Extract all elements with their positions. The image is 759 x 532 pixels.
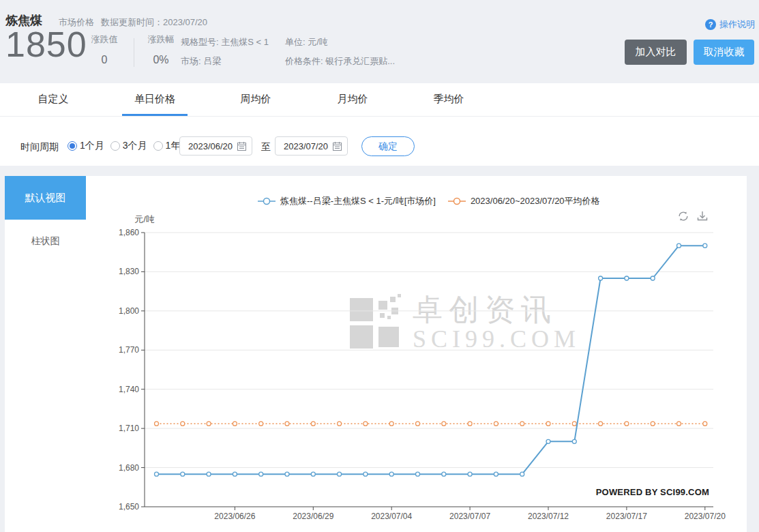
current-price: 1850 <box>5 25 87 64</box>
refresh-icon[interactable] <box>677 210 689 222</box>
date-from-input[interactable]: 2023/06/20 <box>179 136 252 156</box>
update-time-value: 2023/07/20 <box>163 17 207 27</box>
radio-1year-label: 1年 <box>166 140 181 152</box>
unit-condition-block: 单位: 元/吨 价格条件: 银行承兑汇票贴... <box>285 33 395 71</box>
condition-value: 银行承兑汇票贴... <box>325 56 395 66</box>
svg-text:2023/07/17: 2023/07/17 <box>606 512 647 521</box>
unit-row: 单位: 元/吨 <box>285 33 395 52</box>
powered-by-label: POWERED BY SCI99.COM <box>596 487 709 497</box>
question-icon: ? <box>705 19 716 30</box>
confirm-button[interactable]: 确定 <box>361 136 415 156</box>
radio-3month[interactable]: 3个月 <box>110 140 147 152</box>
tab-bar: 自定义 单日价格 周均价 月均价 季均价 <box>0 83 759 117</box>
svg-text:2023/06/26: 2023/06/26 <box>214 512 255 521</box>
change-pct: 0% <box>153 54 168 66</box>
radio-1year-circle[interactable] <box>153 141 163 151</box>
svg-text:元/吨: 元/吨 <box>134 214 155 224</box>
sidebar-item-bar-chart[interactable]: 柱状图 <box>5 229 86 254</box>
sidebar-item-default-view[interactable]: 默认视图 <box>5 176 86 220</box>
legend-label-average-price: 2023/06/20~2023/07/20平均价格 <box>471 195 600 207</box>
change-value: 0 <box>102 54 108 66</box>
tab-custom[interactable]: 自定义 <box>23 83 84 115</box>
radio-3month-circle[interactable] <box>110 141 120 151</box>
change-value-label: 涨跌值 <box>91 33 118 46</box>
update-time-label: 数据更新时间： <box>101 17 163 27</box>
radio-1month-circle[interactable] <box>68 141 77 151</box>
legend-item-average-price[interactable]: 2023/06/20~2023/07/20平均价格 <box>448 195 600 207</box>
line-marker-icon <box>448 197 466 205</box>
divider <box>134 38 134 67</box>
svg-text:1,650: 1,650 <box>119 502 139 512</box>
market-label: 市场: <box>181 56 201 66</box>
period-radio-group: 1个月 3个月 1年 <box>68 140 180 152</box>
svg-text:1,860: 1,860 <box>119 228 139 237</box>
date-to-value: 2023/07/20 <box>284 141 328 151</box>
help-link[interactable]: ? 操作说明 <box>705 18 755 31</box>
radio-1month[interactable]: 1个月 <box>68 140 104 152</box>
svg-text:2023/06/29: 2023/06/29 <box>293 512 333 521</box>
spec-row: 规格型号: 主焦煤S < 1 <box>181 33 269 52</box>
condition-label: 价格条件: <box>285 56 323 66</box>
change-pct-block: 涨跌幅 0% <box>144 33 178 66</box>
price-line-chart: 1,6501,6801,7101,7401,7701,8001,8301,860… <box>109 208 743 529</box>
price-detail-page: 炼焦煤 市场价格 数据更新时间：2023/07/20 ? 操作说明 1850 涨… <box>0 0 759 532</box>
svg-text:1,740: 1,740 <box>119 385 139 394</box>
tabs-filter-card: 自定义 单日价格 周均价 月均价 季均价 时间周期 1个月 3个月 1年 202… <box>0 83 759 166</box>
spec-market-block: 规格型号: 主焦煤S < 1 市场: 吕梁 <box>181 33 269 71</box>
svg-text:2023/07/20: 2023/07/20 <box>685 512 726 521</box>
radio-1month-label: 1个月 <box>80 140 104 152</box>
help-label: 操作说明 <box>719 18 755 31</box>
time-period-label: 时间周期 <box>20 141 59 153</box>
legend-item-market-price[interactable]: 炼焦煤--吕梁-主焦煤S < 1-元/吨[市场价] <box>258 195 436 207</box>
svg-text:2023/07/07: 2023/07/07 <box>449 512 490 521</box>
market-row: 市场: 吕梁 <box>181 52 269 71</box>
change-pct-label: 涨跌幅 <box>148 33 175 46</box>
date-to-input[interactable]: 2023/07/20 <box>275 136 348 156</box>
calendar-icon <box>333 142 342 151</box>
svg-text:2023/07/04: 2023/07/04 <box>371 512 412 521</box>
legend-label-market-price: 炼焦煤--吕梁-主焦煤S < 1-元/吨[市场价] <box>280 195 436 207</box>
spec-value: 主焦煤S < 1 <box>221 37 269 47</box>
svg-text:2023/07/12: 2023/07/12 <box>528 512 569 521</box>
header: 炼焦煤 市场价格 数据更新时间：2023/07/20 ? 操作说明 1850 涨… <box>0 0 759 83</box>
market-value: 吕梁 <box>203 56 221 66</box>
update-time: 数据更新时间：2023/07/20 <box>101 16 207 29</box>
chart-toolbar <box>677 210 709 222</box>
svg-text:1,680: 1,680 <box>119 463 139 473</box>
line-marker-icon <box>258 197 276 205</box>
date-from-value: 2023/06/20 <box>188 141 233 151</box>
svg-text:1,770: 1,770 <box>119 345 139 355</box>
unit-value: 元/吨 <box>308 37 328 47</box>
tab-weekly-avg[interactable]: 周均价 <box>225 83 286 115</box>
change-value-block: 涨跌值 0 <box>89 33 120 66</box>
add-to-compare-button[interactable]: 加入对比 <box>625 40 687 65</box>
svg-text:1,710: 1,710 <box>119 424 139 433</box>
cancel-favorite-button[interactable]: 取消收藏 <box>694 40 754 65</box>
unit-label: 单位: <box>285 37 306 47</box>
download-icon[interactable] <box>696 210 709 222</box>
chart-card: 默认视图 柱状图 炼焦煤--吕梁-主焦煤S < 1-元/吨[市场价] 2023/… <box>5 176 747 532</box>
tab-monthly-avg[interactable]: 月均价 <box>322 83 383 115</box>
svg-text:1,830: 1,830 <box>119 267 139 276</box>
radio-1year[interactable]: 1年 <box>153 140 181 152</box>
condition-row: 价格条件: 银行承兑汇票贴... <box>285 52 395 71</box>
radio-3month-label: 3个月 <box>123 140 147 152</box>
date-to-word: 至 <box>261 141 271 153</box>
spec-label: 规格型号: <box>181 37 219 47</box>
svg-text:1,800: 1,800 <box>119 306 139 316</box>
chart-legend: 炼焦煤--吕梁-主焦煤S < 1-元/吨[市场价] 2023/06/20~202… <box>258 195 600 207</box>
tab-daily-price[interactable]: 单日价格 <box>122 83 188 115</box>
tab-quarterly-avg[interactable]: 季均价 <box>418 83 479 115</box>
calendar-icon <box>237 142 246 151</box>
